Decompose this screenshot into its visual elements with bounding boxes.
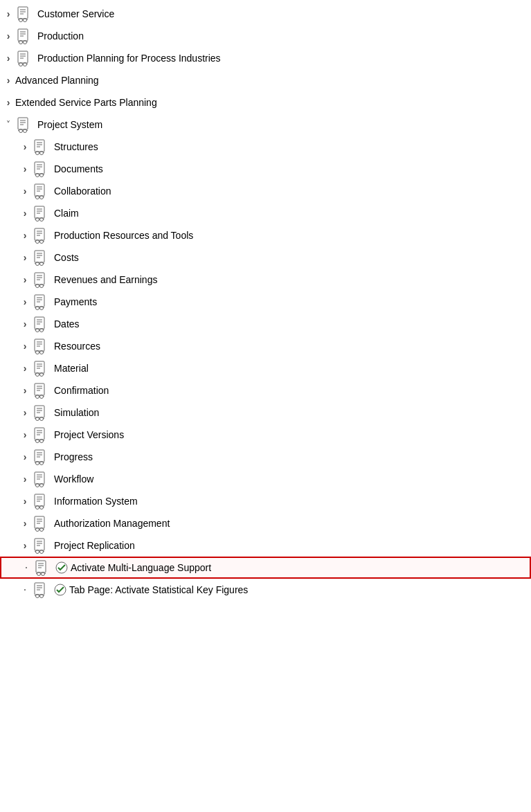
- svg-rect-90: [35, 273, 44, 285]
- label-production: Production: [37, 30, 84, 42]
- expander-authorization-management[interactable]: ›: [19, 518, 30, 529]
- tree-item-extended-service[interactable]: ›Extended Service Parts Planning: [0, 91, 531, 114]
- expander-documents[interactable]: ›: [19, 163, 30, 174]
- tree-item-simulation[interactable]: › Simulation: [0, 402, 531, 424]
- svg-rect-189: [35, 516, 44, 528]
- expander-tab-page-activate[interactable]: ·: [19, 584, 30, 595]
- expander-confirmation[interactable]: ›: [19, 385, 30, 396]
- tree-item-collaboration[interactable]: › Collaboration: [0, 180, 531, 202]
- expander-resources[interactable]: ›: [19, 341, 30, 352]
- tree-item-dates[interactable]: › Dates: [0, 313, 531, 335]
- tree-item-project-versions[interactable]: › Project Versions: [0, 424, 531, 446]
- svg-rect-0: [18, 7, 28, 19]
- tree-item-resources[interactable]: › Resources: [0, 335, 531, 357]
- svg-rect-207: [36, 561, 46, 572]
- tree-item-project-replication[interactable]: › Project Replication: [0, 534, 531, 557]
- svg-rect-162: [35, 450, 44, 462]
- label-claim: Claim: [54, 208, 79, 219]
- tree-item-project-system[interactable]: ˅ Project System: [0, 114, 531, 136]
- tree-item-authorization-management[interactable]: › Authorization Management: [0, 512, 531, 534]
- folder-icon-workflow: [32, 471, 51, 487]
- folder-icon-information-system: [32, 493, 51, 509]
- tree-item-structures[interactable]: › Structures: [0, 136, 531, 158]
- folder-icon-project-system: [15, 116, 35, 133]
- label-information-system: Information System: [54, 496, 138, 507]
- folder-icon-dates: [32, 316, 51, 332]
- expander-progress[interactable]: ›: [19, 451, 30, 462]
- folder-icon-collaboration: [32, 183, 51, 199]
- expander-simulation[interactable]: ›: [19, 407, 30, 418]
- tree-item-revenues-earnings[interactable]: › Revenues and Earnings: [0, 269, 531, 291]
- expander-extended-service[interactable]: ›: [3, 97, 14, 108]
- folder-icon-simulation: [32, 404, 51, 421]
- label-project-system: Project System: [37, 119, 102, 130]
- svg-rect-126: [35, 361, 44, 373]
- folder-icon-resources: [32, 338, 51, 354]
- svg-rect-36: [35, 140, 44, 152]
- folder-icon-production-resources: [32, 227, 51, 244]
- tree-item-production[interactable]: › Production: [0, 25, 531, 47]
- tree-item-information-system[interactable]: › Information System: [0, 490, 531, 512]
- folder-icon-tab-page-activate: [32, 581, 51, 598]
- tree-item-customer-service[interactable]: › Customer Service: [0, 3, 531, 25]
- expander-structures[interactable]: ›: [19, 141, 30, 152]
- tree-item-production-resources[interactable]: › Production Resources and Tools: [0, 224, 531, 246]
- expander-payments[interactable]: ›: [19, 296, 30, 307]
- svg-rect-180: [35, 494, 44, 506]
- expander-dates[interactable]: ›: [19, 318, 30, 330]
- expander-project-replication[interactable]: ›: [19, 540, 30, 551]
- label-progress: Progress: [54, 451, 93, 462]
- check-icon-activate-multi-language: [55, 561, 68, 574]
- label-customer-service: Customer Service: [37, 8, 114, 19]
- tree-item-documents[interactable]: › Documents: [0, 158, 531, 180]
- expander-activate-multi-language[interactable]: ·: [21, 562, 32, 573]
- label-project-replication: Project Replication: [54, 540, 135, 551]
- expander-advanced-planning[interactable]: ›: [3, 75, 14, 86]
- expander-collaboration[interactable]: ›: [19, 186, 30, 197]
- svg-rect-81: [35, 251, 44, 262]
- check-icon-tab-page-activate: [54, 584, 66, 596]
- expander-material[interactable]: ›: [19, 363, 30, 374]
- tree-item-material[interactable]: › Material: [0, 357, 531, 379]
- expander-workflow[interactable]: ›: [19, 473, 30, 485]
- folder-icon-activate-multi-language: [33, 559, 53, 576]
- label-dates: Dates: [54, 318, 80, 330]
- folder-icon-customer-service: [15, 6, 35, 22]
- tree-item-costs[interactable]: › Costs: [0, 246, 531, 269]
- tree-item-payments[interactable]: › Payments: [0, 291, 531, 313]
- tree-item-tab-page-activate[interactable]: · Tab Page: Activate Statistical Key Fig…: [0, 579, 531, 601]
- expander-revenues-earnings[interactable]: ›: [19, 274, 30, 285]
- label-structures: Structures: [54, 141, 98, 152]
- tree-item-confirmation[interactable]: › Confirmation: [0, 379, 531, 402]
- svg-rect-198: [35, 539, 44, 550]
- svg-rect-63: [35, 206, 44, 218]
- expander-production-resources[interactable]: ›: [19, 230, 30, 241]
- expander-production-planning[interactable]: ›: [3, 53, 14, 64]
- expander-project-versions[interactable]: ›: [19, 429, 30, 440]
- expander-production[interactable]: ›: [3, 30, 14, 42]
- tree-item-activate-multi-language[interactable]: · Activate Multi-Language Support: [0, 557, 531, 579]
- tree-item-advanced-planning[interactable]: ›Advanced Planning: [0, 69, 531, 91]
- expander-claim[interactable]: ›: [19, 208, 30, 219]
- expander-project-system[interactable]: ˅: [3, 119, 14, 130]
- label-simulation: Simulation: [54, 407, 99, 418]
- folder-icon-production: [15, 28, 35, 44]
- folder-icon-authorization-management: [32, 515, 51, 532]
- tree-item-progress[interactable]: › Progress: [0, 446, 531, 468]
- svg-rect-108: [35, 317, 44, 329]
- folder-icon-material: [32, 360, 51, 377]
- svg-rect-18: [18, 51, 28, 63]
- label-extended-service: Extended Service Parts Planning: [15, 97, 157, 108]
- expander-customer-service[interactable]: ›: [3, 8, 14, 19]
- expander-costs[interactable]: ›: [19, 252, 30, 263]
- svg-rect-217: [35, 583, 44, 595]
- svg-rect-135: [35, 384, 44, 395]
- tree-item-claim[interactable]: › Claim: [0, 202, 531, 224]
- tree-item-production-planning[interactable]: › Production Planning for Process Indust…: [0, 47, 531, 69]
- folder-icon-claim: [32, 205, 51, 222]
- tree-item-workflow[interactable]: › Workflow: [0, 468, 531, 490]
- folder-icon-project-versions: [32, 426, 51, 443]
- label-confirmation: Confirmation: [54, 385, 109, 396]
- expander-information-system[interactable]: ›: [19, 496, 30, 507]
- label-activate-multi-language: Activate Multi-Language Support: [71, 562, 211, 573]
